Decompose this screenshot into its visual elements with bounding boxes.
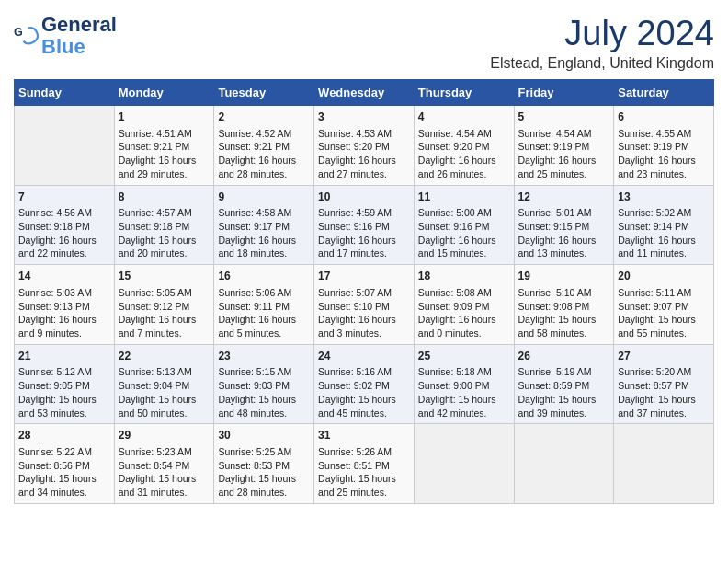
day-info: and 22 minutes. bbox=[18, 247, 110, 260]
day-info: and 20 minutes. bbox=[119, 247, 210, 260]
day-info: Sunrise: 5:07 AM bbox=[318, 286, 410, 300]
day-info: Sunrise: 5:10 AM bbox=[518, 286, 610, 300]
day-info: Daylight: 15 hours bbox=[218, 393, 310, 407]
day-info: Sunrise: 5:18 AM bbox=[418, 365, 510, 379]
day-info: and 7 minutes. bbox=[119, 327, 210, 340]
day-info: Daylight: 15 hours bbox=[418, 393, 510, 407]
day-info: Daylight: 16 hours bbox=[18, 313, 110, 327]
day-header-saturday: Saturday bbox=[614, 80, 714, 106]
calendar-cell: 28Sunrise: 5:22 AMSunset: 8:56 PMDayligh… bbox=[15, 424, 115, 504]
calendar-cell: 20Sunrise: 5:11 AMSunset: 9:07 PMDayligh… bbox=[614, 265, 714, 345]
day-info: Daylight: 15 hours bbox=[218, 472, 310, 486]
day-info: and 37 minutes. bbox=[618, 407, 710, 420]
day-info: Sunset: 9:16 PM bbox=[318, 220, 410, 234]
day-info: Daylight: 16 hours bbox=[418, 234, 510, 247]
day-info: and 25 minutes. bbox=[318, 486, 410, 500]
day-info: Sunrise: 4:54 AM bbox=[418, 127, 510, 141]
day-info: Sunrise: 4:58 AM bbox=[218, 206, 310, 220]
day-info: Sunrise: 4:51 AM bbox=[119, 127, 210, 141]
day-info: Daylight: 16 hours bbox=[518, 154, 610, 167]
day-info: and 0 minutes. bbox=[418, 327, 510, 340]
day-number: 3 bbox=[318, 109, 410, 125]
day-info: Sunset: 9:18 PM bbox=[18, 220, 110, 234]
days-header-row: SundayMondayTuesdayWednesdayThursdayFrid… bbox=[15, 80, 714, 106]
header-section: G GeneralBlue July 2024 Elstead, England… bbox=[14, 14, 714, 72]
calendar-cell: 23Sunrise: 5:15 AMSunset: 9:03 PMDayligh… bbox=[214, 344, 314, 424]
day-number: 19 bbox=[518, 269, 610, 284]
day-info: Daylight: 16 hours bbox=[218, 313, 310, 327]
day-number: 29 bbox=[119, 428, 210, 443]
day-info: Daylight: 16 hours bbox=[218, 154, 310, 167]
day-info: Sunset: 9:08 PM bbox=[518, 300, 610, 314]
day-info: Daylight: 15 hours bbox=[318, 472, 410, 486]
day-info: and 5 minutes. bbox=[218, 327, 310, 340]
day-info: Sunrise: 4:59 AM bbox=[318, 206, 410, 220]
day-info: Daylight: 15 hours bbox=[119, 472, 210, 486]
day-info: Sunset: 9:05 PM bbox=[18, 379, 110, 393]
day-info: Sunset: 9:20 PM bbox=[418, 140, 510, 154]
day-info: and 11 minutes. bbox=[618, 247, 710, 260]
day-info: Sunrise: 5:06 AM bbox=[218, 286, 310, 300]
day-info: Sunset: 9:10 PM bbox=[318, 300, 410, 314]
day-info: and 53 minutes. bbox=[18, 407, 110, 420]
day-info: and 26 minutes. bbox=[418, 167, 510, 181]
day-info: Daylight: 16 hours bbox=[218, 234, 310, 247]
calendar-cell: 6Sunrise: 4:55 AMSunset: 9:19 PMDaylight… bbox=[614, 106, 714, 186]
day-number: 6 bbox=[618, 109, 710, 125]
week-row-4: 21Sunrise: 5:12 AMSunset: 9:05 PMDayligh… bbox=[15, 344, 714, 424]
day-number: 24 bbox=[318, 349, 410, 364]
calendar-cell bbox=[414, 424, 514, 504]
day-info: Sunset: 9:21 PM bbox=[119, 140, 210, 154]
day-info: Daylight: 15 hours bbox=[518, 393, 610, 407]
calendar-cell: 26Sunrise: 5:19 AMSunset: 8:59 PMDayligh… bbox=[514, 344, 614, 424]
calendar-cell: 18Sunrise: 5:08 AMSunset: 9:09 PMDayligh… bbox=[414, 265, 514, 345]
general-blue-logo-icon: G bbox=[14, 23, 40, 49]
day-number: 21 bbox=[18, 349, 110, 364]
day-number: 15 bbox=[119, 269, 210, 284]
calendar-cell: 12Sunrise: 5:01 AMSunset: 9:15 PMDayligh… bbox=[514, 185, 614, 265]
day-info: Daylight: 15 hours bbox=[618, 313, 710, 327]
day-number: 1 bbox=[119, 109, 210, 125]
day-info: Daylight: 16 hours bbox=[418, 313, 510, 327]
calendar-cell bbox=[614, 424, 714, 504]
day-number: 22 bbox=[119, 349, 210, 364]
day-info: and 50 minutes. bbox=[119, 407, 210, 420]
day-info: Sunrise: 5:11 AM bbox=[618, 286, 710, 300]
day-info: Daylight: 16 hours bbox=[618, 154, 710, 167]
calendar-cell: 1Sunrise: 4:51 AMSunset: 9:21 PMDaylight… bbox=[114, 106, 214, 186]
day-info: Sunset: 9:16 PM bbox=[418, 220, 510, 234]
day-info: Sunset: 9:14 PM bbox=[618, 220, 710, 234]
month-year-title: July 2024 bbox=[490, 14, 714, 53]
day-number: 27 bbox=[618, 349, 710, 364]
day-info: Sunrise: 5:19 AM bbox=[518, 365, 610, 379]
day-info: Sunrise: 5:26 AM bbox=[318, 445, 410, 459]
calendar-cell bbox=[15, 106, 115, 186]
day-info: and 58 minutes. bbox=[518, 327, 610, 340]
day-header-friday: Friday bbox=[514, 80, 614, 106]
calendar-cell: 11Sunrise: 5:00 AMSunset: 9:16 PMDayligh… bbox=[414, 185, 514, 265]
day-info: and 28 minutes. bbox=[218, 167, 310, 181]
day-info: Sunset: 8:51 PM bbox=[318, 459, 410, 473]
day-info: Sunrise: 5:02 AM bbox=[618, 206, 710, 220]
day-info: Sunset: 9:21 PM bbox=[218, 140, 310, 154]
svg-text:G: G bbox=[14, 26, 23, 39]
calendar-cell: 25Sunrise: 5:18 AMSunset: 9:00 PMDayligh… bbox=[414, 344, 514, 424]
day-info: and 28 minutes. bbox=[218, 486, 310, 500]
week-row-3: 14Sunrise: 5:03 AMSunset: 9:13 PMDayligh… bbox=[15, 265, 714, 345]
day-info: and 9 minutes. bbox=[18, 327, 110, 340]
day-info: Daylight: 16 hours bbox=[418, 154, 510, 167]
day-number: 5 bbox=[518, 109, 610, 125]
calendar-cell: 31Sunrise: 5:26 AMSunset: 8:51 PMDayligh… bbox=[314, 424, 415, 504]
day-number: 31 bbox=[318, 428, 410, 443]
day-info: Sunset: 9:11 PM bbox=[218, 300, 310, 314]
day-info: and 17 minutes. bbox=[318, 247, 410, 260]
day-number: 2 bbox=[218, 109, 310, 125]
day-info: and 39 minutes. bbox=[518, 407, 610, 420]
day-info: Sunrise: 5:12 AM bbox=[18, 365, 110, 379]
calendar-cell: 9Sunrise: 4:58 AMSunset: 9:17 PMDaylight… bbox=[214, 185, 314, 265]
day-info: Sunset: 9:04 PM bbox=[119, 379, 210, 393]
day-info: Sunset: 9:13 PM bbox=[18, 300, 110, 314]
day-number: 25 bbox=[418, 349, 510, 364]
day-info: Daylight: 16 hours bbox=[119, 234, 210, 247]
week-row-1: 1Sunrise: 4:51 AMSunset: 9:21 PMDaylight… bbox=[15, 106, 714, 186]
